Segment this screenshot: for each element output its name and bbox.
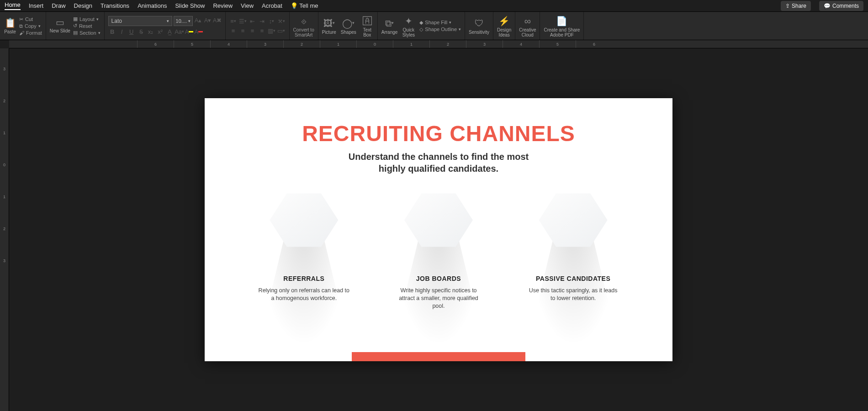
tab-acrobat[interactable]: Acrobat [262, 2, 282, 9]
ruler-tick: 3 [466, 40, 503, 48]
bold-icon[interactable]: B [108, 27, 116, 36]
ruler-tick: 2 [429, 40, 466, 48]
shape-outline-button[interactable]: ◇Shape Outline▾ [419, 26, 461, 32]
group-arrange: ⧉▾Arrange ✦Quick Styles ◆Shape Fill▾ ◇Sh… [378, 12, 465, 40]
column-heading[interactable]: REFERRALS [283, 275, 324, 282]
column-text[interactable]: Relying only on referrals can lead to a … [258, 287, 349, 302]
decrease-indent-icon[interactable]: ⇤ [249, 17, 257, 25]
column-heading[interactable]: PASSIVE CANDIDATES [536, 275, 610, 282]
tab-design[interactable]: Design [74, 2, 92, 9]
align-center-icon[interactable]: ≡ [239, 26, 247, 35]
slide-subtitle[interactable]: Understand the channels to find the most… [205, 151, 672, 174]
paste-icon[interactable]: 📋 [4, 16, 16, 29]
share-button[interactable]: ⇪Share [781, 1, 811, 11]
shapes-icon[interactable]: ◯▾ [342, 17, 355, 30]
new-slide-icon[interactable]: ▭ [53, 16, 66, 29]
column-referrals[interactable]: REFERRALS Relying only on referrals can … [249, 190, 359, 310]
tell-me[interactable]: 💡 Tell me [291, 2, 318, 9]
shape-fill-label: Shape Fill [425, 20, 447, 25]
text-direction-icon[interactable]: ⤧▾ [277, 17, 286, 25]
adobe-pdf-icon[interactable]: 📄 [556, 15, 568, 27]
tab-home[interactable]: Home [5, 1, 21, 10]
font-name-value: Lato [111, 18, 122, 24]
cut-icon: ✂ [19, 16, 23, 22]
footer-bar[interactable] [352, 352, 525, 361]
column-text[interactable]: Use this tactic sparingly, as it leads t… [528, 287, 619, 302]
column-text[interactable]: Write highly specific notices to attract… [393, 287, 484, 310]
columns-icon[interactable]: ▥▾ [268, 26, 276, 35]
slide-canvas[interactable]: RECRUITING CHANNELS Understand the chann… [9, 48, 868, 411]
change-case-icon[interactable]: Aa▾ [175, 27, 184, 36]
format-button[interactable]: 🖌Format [19, 30, 42, 36]
comments-button[interactable]: 💬Comments [819, 1, 863, 11]
ruler-tick: 1 [3, 195, 5, 199]
shape-fill-button[interactable]: ◆Shape Fill▾ [419, 20, 461, 26]
ruler-tick: 6 [137, 40, 174, 48]
quick-styles-icon[interactable]: ✦ [402, 15, 415, 27]
arrange-icon[interactable]: ⧉▾ [383, 17, 396, 30]
outline-icon: ◇ [419, 26, 423, 32]
ruler-tick: 4 [503, 40, 539, 48]
section-button[interactable]: ▤Section▾ [73, 30, 101, 36]
design-ideas-icon[interactable]: ⚡ [498, 15, 511, 27]
font-size-combo[interactable]: 10....▾ [174, 16, 193, 26]
italic-icon[interactable]: I [118, 27, 126, 36]
tab-review[interactable]: Review [213, 2, 233, 9]
tab-draw[interactable]: Draw [52, 2, 65, 9]
tab-slide-show[interactable]: Slide Show [175, 2, 205, 9]
column-passive[interactable]: PASSIVE CANDIDATES Use this tactic spari… [519, 190, 628, 310]
tab-view[interactable]: View [241, 2, 254, 9]
format-painter-icon: 🖌 [19, 30, 24, 36]
superscript-icon[interactable]: x² [156, 27, 164, 36]
reset-label: Reset [79, 23, 92, 29]
sensitivity-icon[interactable]: 🛡 [473, 17, 486, 30]
align-right-icon[interactable]: ≡ [249, 26, 257, 35]
creative-cloud-icon[interactable]: ∞ [521, 15, 534, 27]
clear-format-icon[interactable]: A✖ [213, 16, 222, 24]
ruler-tick: 1 [320, 40, 356, 48]
highlight-icon[interactable]: A̲ [166, 27, 174, 36]
picture-icon[interactable]: 🖼▾ [323, 17, 335, 30]
copy-button[interactable]: ⧉Copy▾ [19, 23, 42, 29]
group-font: Lato▾ 10....▾ A▴ A▾ A✖ B I U S̶ x₂ x² A̲… [105, 12, 226, 40]
column-job-boards[interactable]: JOB BOARDS Write highly specific notices… [384, 190, 493, 310]
reset-button[interactable]: ↺Reset [73, 23, 101, 29]
ruler-tick: 3 [3, 67, 5, 71]
bullets-icon[interactable]: ≡▾ [229, 17, 238, 25]
align-text-icon[interactable]: ▭▾ [277, 26, 286, 35]
column-heading[interactable]: JOB BOARDS [416, 275, 461, 282]
tab-animations[interactable]: Animations [138, 2, 167, 9]
justify-icon[interactable]: ≡ [258, 26, 266, 35]
smartart-icon[interactable]: ⟐ [297, 15, 310, 27]
strike-icon[interactable]: S̶ [137, 27, 145, 36]
decrease-font-icon[interactable]: A▾ [204, 16, 212, 24]
increase-indent-icon[interactable]: ⇥ [258, 17, 266, 25]
line-spacing-icon[interactable]: ↕▾ [268, 17, 276, 25]
ruler-tick: 5 [174, 40, 210, 48]
group-insert: 🖼▾Picture ◯▾Shapes 🄰Text Box [318, 12, 378, 40]
convert-label: Convert to SmartArt [293, 27, 314, 37]
hexagon-icon[interactable] [404, 190, 473, 250]
copy-icon: ⧉ [19, 23, 23, 29]
layout-button[interactable]: ▦Layout▾ [73, 16, 101, 22]
slide-title[interactable]: RECRUITING CHANNELS [205, 121, 672, 146]
align-left-icon[interactable]: ≡ [229, 26, 238, 35]
increase-font-icon[interactable]: A▴ [194, 16, 202, 24]
tab-insert[interactable]: Insert [29, 2, 44, 9]
ruler-tick: 2 [3, 227, 5, 231]
slide[interactable]: RECRUITING CHANNELS Understand the chann… [205, 98, 672, 361]
cut-button[interactable]: ✂Cut [19, 16, 42, 22]
numbering-icon[interactable]: ☰▾ [239, 17, 247, 25]
underline-icon[interactable]: U [127, 27, 136, 36]
subscript-icon[interactable]: x₂ [147, 27, 155, 36]
group-design-ideas: ⚡Design Ideas [493, 12, 515, 40]
hexagon-icon[interactable] [539, 190, 608, 250]
hexagon-icon[interactable] [270, 190, 338, 250]
ruler-tick: 6 [576, 40, 612, 48]
font-name-combo[interactable]: Lato▾ [108, 16, 172, 26]
text-box-icon[interactable]: 🄰 [361, 15, 374, 27]
font-color-icon[interactable]: A [195, 27, 203, 36]
tab-transitions[interactable]: Transitions [101, 2, 129, 9]
text-box-label: Text Box [363, 27, 371, 37]
font-highlight-color-icon[interactable]: A [185, 27, 193, 36]
